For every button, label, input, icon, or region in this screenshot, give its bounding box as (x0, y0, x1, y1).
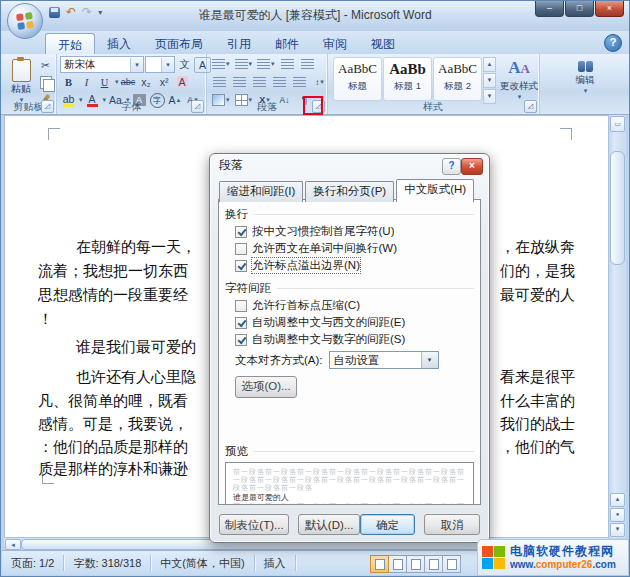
font-dialog-launcher[interactable]: ◿ (191, 100, 204, 113)
numbering-button[interactable]: ▾ (234, 56, 254, 72)
copy-button[interactable] (37, 74, 54, 90)
checkbox-first-last-chars[interactable]: 按中文习惯控制首尾字符(U) (235, 224, 474, 239)
align-left-icon (213, 77, 226, 88)
tabs-button[interactable]: 制表位(T)... (219, 514, 289, 535)
ruler-toggle-icon[interactable]: ▭ (610, 116, 625, 132)
superscript-button[interactable]: x² (156, 74, 173, 90)
scroll-left-icon[interactable]: ◄ (5, 539, 21, 550)
checkbox-hanging-punctuation[interactable]: 允许标点溢出边界(N) (235, 258, 474, 273)
tab-view[interactable]: 视图 (359, 33, 407, 54)
decrease-indent-button[interactable] (279, 56, 296, 72)
chevron-down-icon: ▾ (320, 78, 324, 86)
font-size-combo[interactable]: ▾ (145, 56, 175, 73)
bullets-button[interactable]: ▾ (211, 56, 231, 72)
document-text-fragment: 质是那样的淳朴和谦逊 (38, 460, 188, 479)
align-center-button[interactable] (231, 74, 248, 90)
checkbox-icon[interactable] (235, 260, 247, 272)
clear-formatting-button[interactable]: A (174, 74, 191, 90)
tab-home[interactable]: 开始 (45, 33, 95, 54)
dialog-tabs: 缩进和间距(I) 换行和分页(P) 中文版式(H) (219, 181, 476, 202)
styles-dialog-launcher[interactable]: ◿ (524, 100, 537, 113)
document-text-fragment: 凡、很简单的哩，既看 (38, 392, 188, 411)
checkbox-compress-punctuation[interactable]: 允许行首标点压缩(C) (235, 298, 474, 313)
checkbox-icon[interactable] (235, 334, 247, 346)
phonetic-guide-button[interactable]: 文 (176, 57, 193, 73)
tab-review[interactable]: 审阅 (311, 33, 359, 54)
group-editing: 编辑 ▾ (540, 54, 630, 114)
checkbox-space-asian-latin[interactable]: 自动调整中文与西文的间距(E) (235, 315, 474, 330)
office-button[interactable] (7, 3, 43, 39)
subscript-button[interactable]: x₂ (138, 74, 155, 90)
close-button[interactable]: × (595, 1, 624, 17)
distribute-button[interactable] (291, 74, 308, 90)
italic-button[interactable]: I (78, 74, 95, 90)
bold-button[interactable]: B (60, 74, 77, 90)
tab-page-layout[interactable]: 页面布局 (143, 33, 215, 54)
group-clipboard: 粘贴 ▾ ✂ 剪贴板 ◿ (1, 54, 57, 114)
checkbox-icon[interactable] (235, 317, 247, 329)
dialog-tab-line-page-breaks[interactable]: 换行和分页(P) (305, 181, 394, 202)
font-name-combo[interactable]: 新宋体 ▾ (60, 56, 144, 73)
align-right-button[interactable] (251, 74, 268, 90)
cancel-button[interactable]: 取消 (424, 514, 480, 535)
checkbox-break-latin-words[interactable]: 允许西文在单词中间换行(W) (235, 241, 474, 256)
checkbox-icon[interactable] (235, 243, 247, 255)
multilevel-list-button[interactable]: ▾ (256, 56, 276, 72)
increase-indent-button[interactable] (299, 56, 316, 72)
align-left-button[interactable] (211, 74, 228, 90)
justify-button[interactable] (271, 74, 288, 90)
checkbox-space-asian-digits[interactable]: 自动调整中文与数字的间距(S) (235, 332, 474, 347)
cut-button[interactable]: ✂ (37, 57, 54, 73)
minimize-button[interactable]: – (535, 1, 564, 17)
chevron-down-icon: ▾ (271, 60, 275, 68)
underline-dropdown-icon[interactable]: ▾ (115, 78, 119, 86)
page-indicator[interactable]: 页面: 1/2 (2, 555, 64, 571)
document-text-fragment: 我们的战士 (500, 415, 575, 434)
language-indicator[interactable]: 中文(简体，中国) (151, 555, 254, 571)
tab-references[interactable]: 引用 (215, 33, 263, 54)
style-heading1[interactable]: AaBb 标题 1 (383, 57, 432, 101)
outline-view-button[interactable] (425, 555, 443, 573)
ok-button[interactable]: 确定 (360, 514, 416, 535)
dialog-tab-asian-typography[interactable]: 中文版式(H) (396, 179, 474, 202)
checkbox-icon[interactable] (235, 300, 247, 312)
insert-mode-indicator[interactable]: 插入 (255, 555, 296, 571)
dialog-help-button[interactable]: ? (442, 158, 461, 175)
text-alignment-combo[interactable]: 自动设置 ▾ (329, 351, 439, 369)
group-charspacing-title: 字符间距 (225, 281, 474, 296)
margin-mark-top-left-icon (48, 128, 60, 140)
next-page-icon[interactable]: ▼ (610, 523, 625, 537)
editing-button[interactable]: 编辑 ▾ (564, 56, 606, 96)
underline-button[interactable]: U (96, 74, 113, 90)
maximize-button[interactable]: □ (565, 1, 594, 17)
title-bar: ↶ ↷ ▾ 谁是最可爱的人 [兼容模式] - Microsoft Word – … (1, 1, 629, 32)
dialog-close-button[interactable]: × (461, 158, 483, 175)
clipboard-dialog-launcher[interactable]: ◿ (41, 100, 54, 113)
dialog-tab-indents-spacing[interactable]: 缩进和间距(I) (219, 181, 303, 202)
gallery-up-icon[interactable]: ▲ (483, 57, 496, 72)
gallery-down-icon[interactable]: ▼ (483, 73, 496, 88)
change-styles-button[interactable]: AA 更改样式 ▾ (499, 56, 539, 102)
default-button[interactable]: 默认(D)... (298, 514, 359, 535)
line-spacing-button[interactable]: ↕▾ (311, 74, 328, 90)
document-text-fragment: ：他们的品质是那样的 (38, 438, 188, 457)
vertical-scrollbar[interactable]: ▭ ▲ ● ▼ (608, 115, 626, 538)
style-heading2[interactable]: AaBbC 标题 2 (433, 57, 482, 101)
browse-object-icon[interactable]: ● (610, 508, 625, 522)
draft-view-button[interactable] (443, 555, 461, 573)
tab-mailings[interactable]: 邮件 (263, 33, 311, 54)
print-layout-view-button[interactable] (370, 555, 389, 573)
fullscreen-reading-view-button[interactable] (389, 555, 407, 573)
web-layout-view-button[interactable] (407, 555, 425, 573)
tab-insert[interactable]: 插入 (95, 33, 143, 54)
options-button[interactable]: 选项(O)... (235, 376, 297, 398)
style-normal[interactable]: AaBbC 标题 (333, 57, 382, 101)
help-icon[interactable]: ? (604, 34, 622, 52)
previous-page-icon[interactable]: ▲ (610, 493, 625, 507)
scrollbar-thumb[interactable] (610, 151, 625, 265)
dialog-tab-page: 换行 按中文习惯控制首尾字符(U) 允许西文在单词中间换行(W) 允许标点溢出边… (218, 199, 481, 505)
word-count[interactable]: 字数: 318/318 (64, 555, 151, 571)
document-text-fragment: 什么丰富的 (500, 392, 575, 411)
checkbox-icon[interactable] (235, 226, 247, 238)
strikethrough-button[interactable]: abc (120, 74, 137, 90)
